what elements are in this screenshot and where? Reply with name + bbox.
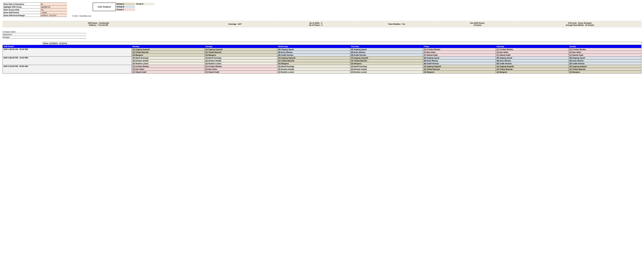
group-c-swatch: Group C xyxy=(116,8,135,11)
settings-row: Highlight Shift GroupHighlight All xyxy=(2,5,67,8)
schedule-cell: (A) Sugeng Supandi xyxy=(496,65,568,68)
settings-value[interactable]: Highlight All xyxy=(40,5,67,8)
top-row: Show Date at DaynamesNoHighlight Shift G… xyxy=(2,2,642,17)
schedule-row: Shift 1 (06:00 AM - 02:00 PM)(A) Sugeng … xyxy=(3,48,642,51)
group-b-swatch: Group B xyxy=(116,5,135,8)
schedule-cell: (D) Ibrahim Lestari xyxy=(132,62,204,65)
schedule-cell: (A) Sugeng Supandi xyxy=(350,56,423,59)
settings-table: Show Date at DaynamesNoHighlight Shift G… xyxy=(2,2,67,17)
schedule-cell: (D) Demian Setiadi xyxy=(277,68,350,71)
settings-value[interactable]: No xyxy=(40,3,67,5)
summary-one-shift-2: 8 hour(s) xyxy=(439,24,516,26)
settings-value[interactable]: 01/06/14 - 01/12/14 xyxy=(40,14,67,17)
schedule-cell: (C) Dan Sefen xyxy=(132,68,204,71)
settings-row: Show Shift Period1 Week xyxy=(2,11,67,14)
settings-label: Show Date at Daynames xyxy=(2,3,40,5)
schedule-cell: (D) Mardi Domingo xyxy=(277,65,350,68)
schedule-cell: (B) Evan Dhimas xyxy=(277,51,350,54)
group-d-swatch: Group D xyxy=(135,2,154,5)
schedule-wrap: Week 1 (01/06/14 - 01/12/14) Shift Perio… xyxy=(2,42,642,73)
schedule-cell: (A) Timbul Marzuki xyxy=(132,51,204,54)
schedule-cell: (A) Sugeng Supandi xyxy=(204,48,277,51)
shift-period-label: Shift 2 (02:00 PM - 10:00 PM) xyxy=(3,56,132,65)
schedule-cell: (C) Cristian Rizoles xyxy=(496,48,568,51)
schedule-cell: (C) Slamet Kadir xyxy=(423,54,496,56)
schedule-cell: (B) Evan Dhimas xyxy=(350,51,423,54)
summary-cycle: Full Cycle : Every 28 day(s) Average Hou… xyxy=(518,21,642,27)
settings-value[interactable]: 1 Week xyxy=(40,11,67,14)
schedule-cell: (C) Dan Sefen xyxy=(568,51,641,54)
summary-coverage: Coverage : 24/7 xyxy=(195,21,275,27)
header-day: Tuesday xyxy=(204,45,277,48)
settings-row: Show Shift Period Range01/06/14 - 01/12/… xyxy=(2,14,67,17)
schedule-cell: (D) Mardi Domingo xyxy=(204,56,277,59)
summary-one-shift: One Shift Period : 8 hour(s) xyxy=(438,21,518,27)
settings-label: Show Shift Period Range xyxy=(2,14,40,17)
schedule-cell: (B) Andik Herman xyxy=(568,62,641,65)
schedule-cell: (D) Demian Setiadi xyxy=(132,59,204,62)
shift-period-label: Shift 1 (06:00 AM - 02:00 PM) xyxy=(3,48,132,56)
schedule-cell: (A) Timbul Marzuki xyxy=(204,51,277,54)
schedule-cell: (C) Cristian Rizoles xyxy=(568,48,641,51)
schedule-cell: (A) Margono xyxy=(496,71,568,73)
schedule-cell: (C) Cristian Rizoles xyxy=(423,48,496,51)
header-day: Thursday xyxy=(350,45,423,48)
schedule-cell: (C) Dan Sefen xyxy=(496,51,568,54)
summary-shifts-teams: No of Shifts : 3 No of Teams : 4 xyxy=(276,21,356,27)
settings-value[interactable]: Yes xyxy=(40,8,67,11)
schedule-row: Shift 3 (10:00 PM - 06:00 AM)(C) Cristia… xyxy=(3,65,642,68)
summary-no-shifts: No of Shifts : 3 xyxy=(277,22,354,24)
schedule-cell: (B) Hugeng Sayuti xyxy=(496,56,568,59)
schedule-cell: (B) Hugeng Sayuti xyxy=(568,56,641,59)
schedule-cell: (A) Timbul Marzuki xyxy=(496,68,568,71)
schedule-cell: (D) Mardi Domingo xyxy=(132,56,204,59)
schedule-cell: (A) Margono xyxy=(277,62,350,65)
schedule-cell: (D) Demian Setiadi xyxy=(204,59,277,62)
schedule-table: Shift PeriodMondayTuesdayWednesdayThursd… xyxy=(2,45,642,73)
schedule-cell: (A) Margono xyxy=(204,54,277,56)
color-guidance-block: Color Guidance Group A Group D Group B G… xyxy=(72,2,154,17)
settings-label: Show Shift Period xyxy=(2,11,40,14)
schedule-cell: (A) Margono xyxy=(423,71,496,73)
schedule-cell: (A) Margono xyxy=(568,71,641,73)
schedule-cell: (C) Slamet Kadir xyxy=(496,54,568,56)
summary-one-shift-1: One Shift Period : xyxy=(439,22,516,24)
header-day: Friday xyxy=(423,45,496,48)
header-day: Monday xyxy=(132,45,204,48)
department-line: Department : xyxy=(2,33,86,36)
copyright-text: © 2014 - Excelindo.com xyxy=(72,15,154,17)
header-day: Saturday xyxy=(496,45,568,48)
schedule-cell: (D) Demian Setiadi xyxy=(350,68,423,71)
settings-row: Show Group InitialYes xyxy=(2,8,67,11)
schedule-cell: (B) Evan Dhimas xyxy=(568,59,641,62)
color-guidance-title: Color Guidance xyxy=(93,2,116,11)
schedule-cell: (A) Sugeng Supandi xyxy=(568,65,641,68)
schedule-cell: (B) Evan Dhimas xyxy=(496,59,568,62)
settings-label: Show Group Initial xyxy=(2,8,40,11)
schedule-cell: (B) Hugeng Sayuti xyxy=(423,56,496,59)
schedule-cell: (B) Andik Herman xyxy=(350,54,423,56)
shift-period-label: Shift 3 (10:00 PM - 06:00 AM) xyxy=(3,65,132,73)
schedule-cell: (A) Margono xyxy=(132,54,204,56)
summary-shift-name: Shift Name : Continental Patterns : 7 On… xyxy=(2,21,194,27)
schedule-cell: (D) Ibrahim Lestari xyxy=(204,62,277,65)
schedule-cell: (B) Hugeng Sayuti xyxy=(277,48,350,51)
header-day: Sunday xyxy=(568,45,641,48)
schedule-cell: (A) Timbul Marzuki xyxy=(277,59,350,62)
header-shift-period: Shift Period xyxy=(3,45,132,48)
settings-label: Highlight Shift Group xyxy=(2,5,40,8)
company-block: Company Name : Department : Manager : xyxy=(2,30,86,39)
summary-no-teams: No of Teams : 4 xyxy=(277,24,354,26)
schedule-cell: (B) Andik Herman xyxy=(496,62,568,65)
schedule-cell: (D) Ibrahim Lestari xyxy=(277,71,350,73)
group-a-swatch: Group A xyxy=(116,2,135,5)
settings-row: Show Date at DaynamesNo xyxy=(2,3,67,5)
manager-line: Manager : xyxy=(2,36,86,39)
schedule-cell: (B) Andik Herman xyxy=(423,62,496,65)
summary-rotation: Team Rotation : Yes xyxy=(356,21,437,27)
schedule-cell: (B) Andik Herman xyxy=(277,54,350,56)
schedule-cell: (A) Sugeng Supandi xyxy=(423,65,496,68)
schedule-cell: (B) Hugeng Sayuti xyxy=(350,48,423,51)
header-day: Wednesday xyxy=(277,45,350,48)
schedule-cell: (C) Cristian Rizoles xyxy=(204,65,277,68)
